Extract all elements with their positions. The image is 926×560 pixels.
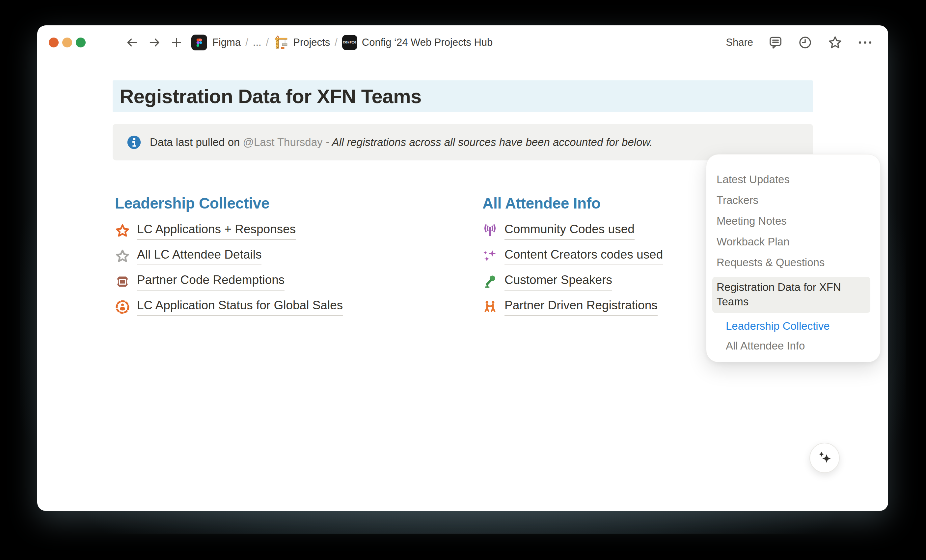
close-window-button[interactable] (49, 38, 59, 47)
toolbar: Figma / ... / Projects / CONFIG Config ‘… (37, 32, 888, 53)
new-tab-icon[interactable] (170, 36, 183, 49)
page-title-highlight: Registration Data for XFN Teams (113, 80, 813, 112)
microphone-icon (483, 274, 498, 289)
back-icon[interactable] (126, 36, 139, 49)
zoom-window-button[interactable] (76, 38, 86, 47)
doc-link-all-lc-attendee-details[interactable]: All LC Attendee Details (115, 247, 477, 265)
outline-subitem-all-attendee-info[interactable]: All Attendee Info (726, 336, 870, 356)
favorite-star-icon[interactable] (828, 35, 843, 50)
breadcrumb-current-page[interactable]: Config ‘24 Web Projects Hub (362, 36, 493, 48)
callout-text: Data last pulled on @Last Thursday - All… (150, 136, 653, 148)
info-icon (127, 135, 141, 150)
forward-icon[interactable] (148, 36, 161, 49)
section-heading: Leadership Collective (115, 194, 477, 212)
star-orange-icon (115, 223, 130, 239)
section-leadership-collective: Leadership Collective LC Applications + … (115, 194, 477, 324)
history-clock-icon[interactable] (798, 35, 813, 50)
breadcrumb-projects[interactable]: Projects (293, 36, 330, 48)
breadcrumb-separator: / (334, 36, 337, 48)
figma-workspace-icon[interactable] (191, 35, 207, 50)
breadcrumb-separator: / (266, 36, 269, 48)
outline-item-requests-questions[interactable]: Requests & Questions (717, 252, 870, 273)
doc-link-partner-code-redemptions[interactable]: Partner Code Redemptions (115, 273, 477, 291)
page-title: Registration Data for XFN Teams (120, 85, 422, 108)
outline-subitem-leadership-collective[interactable]: Leadership Collective (726, 316, 870, 336)
comments-icon[interactable] (768, 35, 783, 50)
window-controls (49, 38, 86, 47)
outline-item-workback-plan[interactable]: Workback Plan (717, 231, 870, 252)
minimize-window-button[interactable] (62, 38, 72, 47)
people-icon (483, 300, 498, 315)
outline-item-latest-updates[interactable]: Latest Updates (717, 169, 870, 190)
star-gray-icon (115, 249, 130, 264)
outline-item-meeting-notes[interactable]: Meeting Notes (717, 210, 870, 231)
sparkle-icon (816, 450, 833, 466)
frame-brown-icon (115, 274, 130, 289)
ai-assistant-button[interactable] (809, 443, 840, 473)
crane-emoji-icon (273, 35, 289, 50)
breadcrumb-separator: / (245, 36, 248, 48)
dotted-circle-icon (115, 300, 130, 315)
outline-item-registration-data-selected[interactable]: Registration Data for XFN Teams (712, 277, 870, 313)
outline-item-trackers[interactable]: Trackers (717, 190, 870, 210)
breadcrumb-workspace[interactable]: Figma (212, 36, 241, 48)
sidebar-toggle-icon[interactable] (100, 38, 112, 47)
more-options-icon[interactable] (858, 40, 872, 45)
broadcast-icon (483, 223, 498, 239)
doc-link-lc-application-status[interactable]: LC Application Status for Global Sales (115, 298, 477, 316)
info-callout: Data last pulled on @Last Thursday - All… (113, 124, 813, 160)
app-window: Figma / ... / Projects / CONFIG Config ‘… (37, 25, 888, 511)
share-button[interactable]: Share (726, 36, 753, 48)
date-mention[interactable]: @Last Thursday (243, 136, 323, 148)
sparkles-icon (483, 249, 498, 264)
doc-link-lc-applications[interactable]: LC Applications + Responses (115, 222, 477, 240)
outline-panel: Latest Updates Trackers Meeting Notes Wo… (706, 154, 881, 362)
config-page-icon: CONFIG (342, 35, 357, 50)
breadcrumb-collapsed[interactable]: ... (253, 36, 262, 48)
